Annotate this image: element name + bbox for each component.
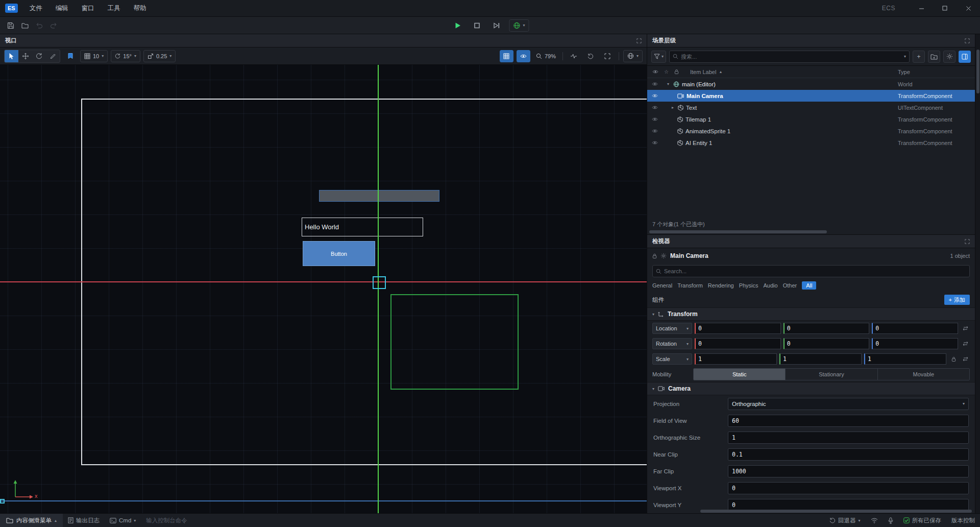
menu-help[interactable]: 帮助 <box>127 0 153 16</box>
hierarchy-row-main[interactable]: ▾ main (Editor) World <box>647 78 975 90</box>
rotate-tool-button[interactable] <box>32 50 46 62</box>
show-grid-toggle[interactable] <box>500 50 513 62</box>
inspector-search-input[interactable] <box>664 268 966 274</box>
run-target-dropdown[interactable]: ▾ <box>509 19 529 32</box>
chevron-right-icon[interactable]: ▸ <box>670 105 675 110</box>
expand-panel-icon[interactable] <box>965 38 970 43</box>
minimize-button[interactable] <box>910 0 933 16</box>
filter-button[interactable]: ▾ <box>651 51 666 63</box>
fullscreen-button[interactable] <box>601 50 615 62</box>
scale-x-input[interactable] <box>695 353 777 365</box>
button-widget[interactable]: Button <box>303 241 375 266</box>
scrollbar-thumb[interactable] <box>649 230 827 233</box>
lock-icon[interactable] <box>949 356 958 362</box>
eye-icon[interactable] <box>647 93 663 98</box>
hierarchy-row-text[interactable]: ▸ Text UITextComponent <box>647 102 975 113</box>
column-type[interactable]: Type <box>898 69 975 75</box>
voice-button[interactable] <box>883 514 898 527</box>
projection-dropdown[interactable]: Orthographic▾ <box>728 398 969 410</box>
eye-icon[interactable] <box>647 140 663 145</box>
inspector-hscrollbar[interactable] <box>647 509 975 513</box>
hierarchy-row-main-camera[interactable]: Main Camera TransformComponent <box>647 90 975 102</box>
history-dropdown[interactable]: 回退器 ▾ <box>824 514 866 527</box>
step-button[interactable] <box>489 19 503 32</box>
selection-handle[interactable] <box>373 276 386 289</box>
add-component-button[interactable]: +添加 <box>944 295 970 305</box>
expand-panel-icon[interactable] <box>636 38 642 43</box>
rotation-snap-dropdown[interactable]: 15° ▾ <box>111 50 140 62</box>
grid-snap-dropdown[interactable]: 10 ▾ <box>80 50 108 62</box>
stop-button[interactable] <box>470 19 483 32</box>
mobility-stationary[interactable]: Stationary <box>785 369 877 380</box>
sidebar-vscrollbar[interactable] <box>975 34 980 513</box>
scrollbar-thumb[interactable] <box>700 510 972 513</box>
tab-audio[interactable]: Audio <box>764 282 778 289</box>
location-y-input[interactable] <box>783 323 870 334</box>
console-command-input[interactable]: 输入控制台命令 <box>141 514 192 527</box>
hierarchy-search[interactable]: ▾ <box>669 51 910 63</box>
location-z-input[interactable] <box>872 323 958 334</box>
scrollbar-thumb[interactable] <box>976 50 979 93</box>
redo-button[interactable] <box>47 19 60 32</box>
scale-y-input[interactable] <box>779 353 862 365</box>
eye-icon[interactable] <box>647 82 663 86</box>
eye-icon[interactable] <box>647 117 663 122</box>
move-tool-button[interactable] <box>18 50 32 62</box>
hierarchy-settings-button[interactable] <box>943 51 955 63</box>
select-tool-button[interactable] <box>5 50 18 62</box>
hierarchy-row-tilemap[interactable]: Tilemap 1 TransformComponent <box>647 113 975 125</box>
menu-edit[interactable]: 编辑 <box>49 0 75 16</box>
reset-view-button[interactable] <box>584 50 598 62</box>
text-widget[interactable]: Hello World <box>302 218 423 236</box>
tab-rendering[interactable]: Rendering <box>708 282 734 289</box>
lock-column-icon[interactable] <box>674 69 679 75</box>
tab-transform[interactable]: Transform <box>677 282 703 289</box>
camera-section-header[interactable]: ▾ Camera <box>647 382 975 395</box>
output-log-button[interactable]: 输出日志 <box>63 514 105 527</box>
rotation-y-input[interactable] <box>783 338 870 349</box>
menu-window[interactable]: 窗口 <box>75 0 101 16</box>
scale-dropdown[interactable]: Scale▾ <box>652 353 692 365</box>
far-clip-input[interactable] <box>728 465 969 477</box>
chevron-down-icon[interactable]: ▾ <box>666 82 671 86</box>
viewport-mode-dropdown[interactable]: ▾ <box>623 50 643 62</box>
content-drawer-button[interactable]: 内容侧滑菜单 ▴ <box>0 514 63 527</box>
play-button[interactable] <box>451 19 464 32</box>
tab-general[interactable]: General <box>652 282 672 289</box>
expand-panel-icon[interactable] <box>965 239 970 244</box>
edit-tool-button[interactable] <box>46 50 60 62</box>
scene-canvas[interactable]: Hello World Button x <box>0 65 647 513</box>
column-item-label[interactable]: Item Label▲ <box>690 69 898 75</box>
scale-z-input[interactable] <box>864 353 946 365</box>
network-status-button[interactable] <box>866 514 883 527</box>
hierarchy-hscrollbar[interactable] <box>647 229 975 234</box>
location-x-input[interactable] <box>695 323 781 334</box>
stats-button[interactable] <box>567 50 581 62</box>
save-button[interactable] <box>4 19 17 32</box>
mobility-movable[interactable]: Movable <box>877 369 969 380</box>
undo-button[interactable] <box>33 19 46 32</box>
menu-file[interactable]: 文件 <box>23 0 49 16</box>
show-gizmos-toggle[interactable] <box>517 50 530 62</box>
tab-all[interactable]: All <box>802 281 816 290</box>
tab-physics[interactable]: Physics <box>739 282 758 289</box>
panel-layout-button[interactable] <box>959 51 971 63</box>
add-entity-button[interactable]: + <box>913 51 925 63</box>
tab-other[interactable]: Other <box>783 282 797 289</box>
link-icon[interactable] <box>961 356 970 362</box>
hierarchy-search-input[interactable] <box>681 54 901 60</box>
snap-toggle-button[interactable] <box>63 50 77 62</box>
eye-column-icon[interactable] <box>652 69 658 74</box>
hierarchy-row-ai-entity[interactable]: AI Entity 1 TransformComponent <box>647 137 975 149</box>
eye-icon[interactable] <box>647 105 663 110</box>
slider-widget[interactable] <box>319 190 439 202</box>
open-folder-button[interactable] <box>18 19 32 32</box>
zoom-indicator[interactable]: 79% <box>533 53 558 59</box>
menu-tools[interactable]: 工具 <box>101 0 127 16</box>
eye-icon[interactable] <box>647 129 663 133</box>
location-dropdown[interactable]: Location▾ <box>652 323 692 334</box>
guide-handle-left[interactable] <box>0 499 5 504</box>
rotation-x-input[interactable] <box>695 338 781 349</box>
gear-icon[interactable] <box>660 253 667 259</box>
link-icon[interactable] <box>961 341 970 346</box>
